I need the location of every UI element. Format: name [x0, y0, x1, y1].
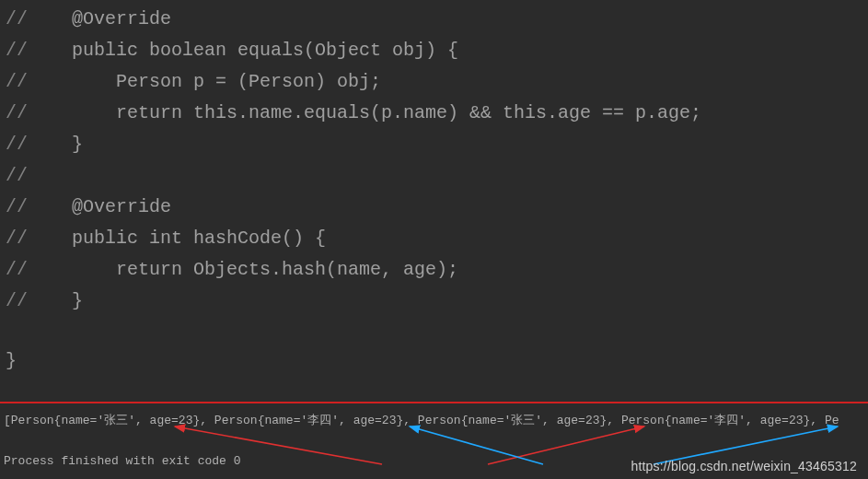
code-text: @Override — [72, 4, 171, 35]
code-line: // return this.name.equals(p.name) && th… — [0, 98, 868, 129]
code-text: return this.name.equals(p.name) && this.… — [72, 98, 701, 129]
comment-marker: // — [0, 223, 72, 254]
code-text: @Override — [72, 192, 171, 223]
comment-marker: // — [0, 160, 72, 192]
comment-marker: // — [0, 129, 72, 160]
code-line: // return Objects.hash(name, age); — [0, 254, 868, 286]
code-line: // @Override — [0, 192, 868, 223]
code-line: // } — [0, 129, 868, 160]
comment-marker: // — [0, 254, 72, 286]
code-line: // — [0, 160, 868, 192]
code-line: // public boolean equals(Object obj) { — [0, 35, 868, 66]
code-text: Person p = (Person) obj; — [72, 66, 381, 98]
code-line: // Person p = (Person) obj; — [0, 66, 868, 98]
code-text: } — [72, 129, 83, 160]
comment-marker: // — [0, 4, 72, 35]
closing-brace: } — [0, 348, 868, 374]
code-line: // } — [0, 286, 868, 317]
code-text: public int hashCode() { — [72, 223, 326, 254]
code-text: return Objects.hash(name, age); — [72, 254, 458, 286]
code-editor[interactable]: // @Override // public boolean equals(Ob… — [0, 0, 868, 387]
code-line: // public int hashCode() { — [0, 223, 868, 254]
comment-marker: // — [0, 66, 72, 98]
comment-marker: // — [0, 192, 72, 223]
code-text: public boolean equals(Object obj) { — [72, 35, 458, 66]
comment-marker: // — [0, 98, 72, 129]
watermark-url: https://blog.csdn.net/weixin_43465312 — [631, 459, 857, 473]
code-text: } — [72, 286, 83, 317]
console-output-line: [Person{name='张三', age=23}, Person{name=… — [0, 406, 868, 428]
code-line: // @Override — [0, 4, 868, 35]
comment-marker: // — [0, 286, 72, 317]
comment-marker: // — [0, 35, 72, 66]
code-line — [0, 317, 868, 348]
error-underline — [0, 402, 868, 403]
